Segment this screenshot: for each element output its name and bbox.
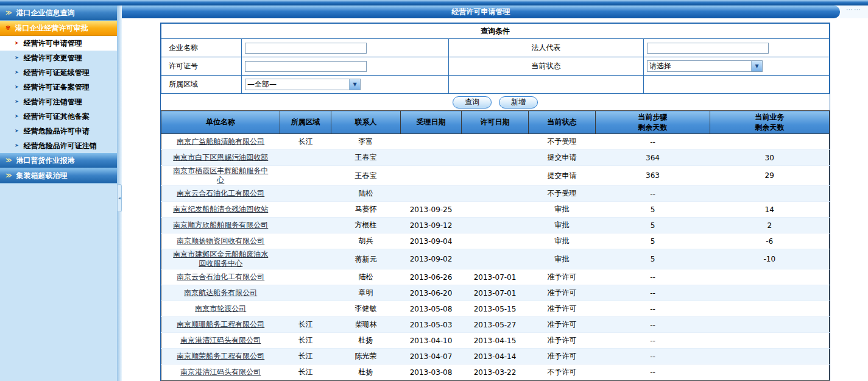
company-name-cell: 南京云合石油化工有限公司 [161, 186, 280, 202]
sidebar: ≫港口企业信息查询✾港口企业经营许可审批➤经营许可申请管理➤经营许可变更管理➤经… [0, 5, 117, 381]
company-name-link[interactable]: 南京顺荣船务工程有限公司 [177, 352, 264, 361]
table-row: 南京港清江码头有限公司长江杜扬2013-04-102013-04-15准予许可-… [161, 333, 830, 349]
status-cell: 不予受理 [529, 134, 596, 150]
company-name-cell: 南京航达船务有限公司 [161, 285, 280, 301]
step-days-remaining-cell: -- [596, 285, 710, 301]
column-header: 所属区域 [280, 111, 331, 134]
contact-cell: 王春宝 [331, 166, 401, 186]
sidebar-item-label: 港口企业经营许可审批 [15, 23, 88, 34]
arrow-icon: ➤ [15, 85, 19, 90]
query-actions: 查询 新增 [161, 94, 830, 110]
license-no-input[interactable] [245, 61, 367, 72]
region-cell [280, 150, 331, 166]
contact-cell: 柴珊林 [331, 317, 401, 333]
region-field-cell: —全部— ▼ [242, 76, 449, 94]
accept-date-cell: 2013-09-12 [401, 218, 462, 233]
sidebar-group-item[interactable]: ≫港口普货作业报港 [0, 153, 117, 168]
sidebar-sub-item[interactable]: ➤经营许可证备案管理 [0, 80, 117, 94]
sidebar-group-item[interactable]: ≫港口企业信息查询 [0, 5, 117, 21]
sidebar-sub-item[interactable]: ➤经营许可证其他备案 [0, 109, 117, 124]
sidebar-group-item[interactable]: ≫集装箱超载治理 [0, 168, 117, 183]
contact-cell: 杜扬 [331, 333, 401, 349]
company-name-link[interactable]: 南京广益船舶清舱有限公司 [177, 137, 264, 146]
license-date-cell [462, 150, 529, 166]
step-days-remaining-cell: -- [596, 317, 710, 333]
company-name-link[interactable]: 南京市建邺区金元船舶废油水回收服务中心 [170, 250, 271, 268]
sidebar-sub-item[interactable]: ➤经营许可证延续管理 [0, 65, 117, 80]
sidebar-divider: ◂ [117, 5, 122, 381]
business-days-remaining-cell [710, 186, 830, 202]
step-days-remaining-cell: -- [596, 186, 710, 202]
current-status-value: 请选择 [647, 61, 751, 71]
company-name-link[interactable]: 南京市栖霞区丰辉船舶服务中心 [170, 166, 271, 185]
contact-cell: 蒋新元 [331, 249, 401, 269]
region-cell [280, 285, 331, 301]
region-cell: 长江 [280, 317, 331, 333]
accept-date-cell: 2013-05-08 [401, 301, 462, 317]
company-name-link[interactable]: 南京顺扬物资回收有限公司 [177, 237, 264, 246]
column-header: 联系人 [331, 111, 401, 134]
region-cell [280, 186, 331, 202]
region-select[interactable]: —全部— ▼ [245, 79, 361, 90]
license-date-cell: 2013-03-22 [462, 365, 529, 380]
table-row: 南京顺荣船务工程有限公司长江陈光荣2013-04-072013-04-14准予许… [161, 349, 830, 365]
sidebar-collapse-handle[interactable]: ◂ [117, 184, 122, 212]
table-row: 南京云合石油化工有限公司陆松不予受理-- [161, 186, 830, 202]
company-name-link[interactable]: 南京顺珊船务工程有限公司 [177, 320, 264, 329]
sidebar-group-item[interactable]: ✾港口企业经营许可审批 [0, 21, 117, 36]
contact-cell: 方根柱 [331, 218, 401, 233]
company-name-cell: 南京广益船舶清舱有限公司 [161, 134, 280, 150]
results-table-body: 南京广益船舶清舱有限公司长江李富不予受理--南京市白下区恩赐污油回收部王春宝提交… [161, 134, 830, 380]
sidebar-item-label: 经营许可申请管理 [24, 38, 82, 49]
company-name-link[interactable]: 南京航达船务有限公司 [184, 288, 257, 297]
company-name-link[interactable]: 南京港清江码头有限公司 [180, 368, 261, 377]
double-arrow-icon: ≫ [5, 10, 12, 16]
sidebar-sub-item[interactable]: ➤经营许可注销管理 [0, 94, 117, 109]
company-name-link[interactable]: 南京云合石油化工有限公司 [177, 189, 264, 198]
company-name-cell: 南京市白下区恩赐污油回收部 [161, 150, 280, 166]
company-name-link[interactable]: 南京市轮渡公司 [195, 304, 246, 313]
region-cell [280, 269, 331, 285]
query-form: 查询条件 企业名称 法人代表 [161, 23, 830, 94]
region-cell: 长江 [280, 349, 331, 365]
accept-date-cell: 2013-06-20 [401, 285, 462, 301]
step-days-remaining-cell: 363 [596, 166, 710, 186]
step-days-remaining-cell: -- [596, 134, 710, 150]
table-row: 南京市建邺区金元船舶废油水回收服务中心蒋新元2013-09-02审批5-10 [161, 249, 830, 269]
company-name-label: 企业名称 [161, 39, 242, 57]
contact-cell: 陆松 [331, 269, 401, 285]
company-name-link[interactable]: 南京顺方欣船舶服务有限公司 [173, 221, 268, 230]
sidebar-sub-item[interactable]: ➤经营许可变更管理 [0, 51, 117, 65]
step-days-remaining-cell: 364 [596, 150, 710, 166]
step-days-remaining-cell: -- [596, 365, 710, 380]
table-row: 南京市栖霞区丰辉船舶服务中心王春宝提交申请36329 [161, 166, 830, 186]
sidebar-sub-item[interactable]: ➤经营危险品许可申请 [0, 124, 117, 138]
contact-cell: 胡兵 [331, 233, 401, 249]
business-days-remaining-cell: -6 [710, 233, 830, 249]
search-button[interactable]: 查询 [453, 96, 492, 109]
region-label: 所属区域 [161, 76, 242, 94]
accept-date-cell [401, 166, 462, 186]
current-status-select[interactable]: 请选择 ▼ [647, 60, 763, 72]
main-area: 经营许可申请管理 ⋯⋯ 查询条件 企业名称 [122, 5, 868, 381]
company-name-link[interactable]: 南京港清江码头有限公司 [180, 336, 261, 345]
company-name-link[interactable]: 南京市白下区恩赐污油回收部 [173, 153, 268, 162]
company-name-link[interactable]: 南京纪发船舶清仓残油回收站 [173, 205, 268, 214]
sidebar-item-label: 经营许可证其他备案 [24, 112, 90, 122]
sidebar-item-label: 港口企业信息查询 [16, 8, 74, 18]
add-button[interactable]: 新增 [499, 96, 538, 109]
legal-person-input[interactable] [647, 43, 769, 54]
status-cell: 不予许可 [529, 365, 596, 380]
sidebar-sub-item[interactable]: ➤经营许可申请管理 [0, 36, 117, 51]
starburst-icon: ✾ [5, 25, 10, 31]
license-date-cell: 2013-04-15 [462, 333, 529, 349]
status-cell: 提交申请 [529, 150, 596, 166]
company-name-link[interactable]: 南京云合石油化工有限公司 [177, 272, 264, 282]
status-cell: 审批 [529, 233, 596, 249]
license-date-cell: 2013-07-01 [462, 285, 529, 301]
sidebar-sub-item[interactable]: ➤经营危险品许可证注销 [0, 138, 117, 153]
company-name-input[interactable] [245, 43, 367, 54]
table-row: 南京纪发船舶清仓残油回收站马蒌怀2013-09-25审批514 [161, 202, 830, 218]
arrow-icon: ➤ [15, 55, 19, 60]
accept-date-cell: 2013-09-25 [401, 202, 462, 218]
